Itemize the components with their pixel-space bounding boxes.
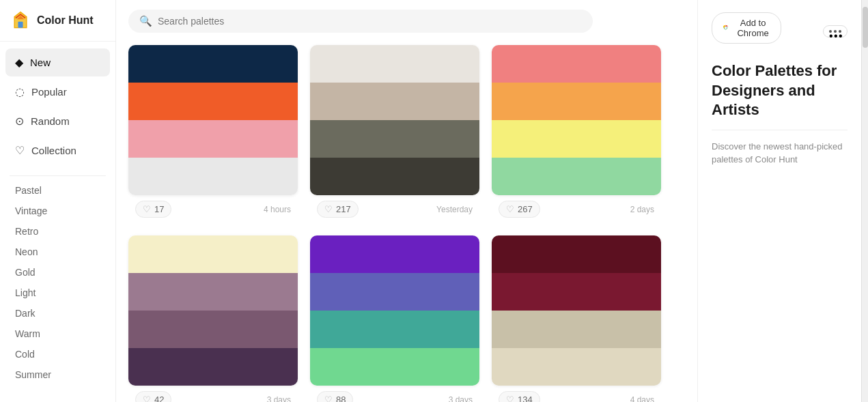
nav-label-random: Random: [31, 115, 70, 127]
search-icon: 🔍: [139, 15, 152, 27]
search-input[interactable]: [158, 16, 582, 27]
info-title: Color Palettes for Designers and Artists: [712, 61, 848, 120]
nav-item-random[interactable]: ⊙ Random: [5, 107, 110, 135]
tag-retro[interactable]: Retro: [0, 221, 115, 242]
palette-swatches-5: [310, 235, 479, 386]
palette-swatches-1: [128, 45, 298, 195]
heart-icon-1: ♡: [143, 204, 151, 214]
time-label-3: 2 days: [630, 205, 654, 214]
diamond-icon: ◆: [15, 56, 23, 69]
palette-swatches-4: [128, 235, 298, 386]
time-label-5: 3 days: [449, 395, 473, 403]
like-count-1: 17: [154, 204, 164, 214]
scrollbar-thumb[interactable]: [863, 7, 868, 48]
random-icon: ⊙: [15, 115, 24, 128]
nav-item-new[interactable]: ◆ New: [5, 48, 110, 76]
like-button-6[interactable]: ♡ 134: [499, 391, 540, 402]
sidebar-divider: [10, 175, 106, 176]
tag-warm[interactable]: Warm: [0, 324, 115, 344]
like-count-6: 134: [518, 394, 533, 402]
palette-card-2[interactable]: ♡ 217 Yesterday: [310, 45, 479, 223]
tag-summer[interactable]: Summer: [0, 364, 115, 385]
palette-card-1[interactable]: ♡ 17 4 hours: [128, 45, 298, 223]
nav-item-collection[interactable]: ♡ Collection: [5, 137, 110, 164]
tag-light[interactable]: Light: [0, 283, 115, 303]
svg-rect-1: [18, 22, 23, 28]
main-content: 🔍 ♡ 17 4 hours: [116, 0, 697, 402]
logo-area[interactable]: Color Hunt: [0, 0, 115, 42]
logo-text: Color Hunt: [37, 14, 94, 27]
info-divider: [712, 130, 848, 130]
svg-point-4: [725, 27, 727, 29]
tag-list: Pastel Vintage Retro Neon Gold Light Dar…: [0, 180, 115, 385]
add-chrome-label: Add to Chrome: [735, 18, 771, 38]
palette-card-6[interactable]: ♡ 134 4 days: [492, 235, 661, 402]
like-count-5: 88: [336, 394, 346, 402]
time-label-4: 3 days: [267, 395, 291, 403]
palette-footer-3: ♡ 267 2 days: [492, 195, 661, 223]
palette-footer-1: ♡ 17 4 hours: [128, 195, 298, 223]
heart-icon-2: ♡: [324, 204, 333, 214]
time-label-6: 4 days: [630, 395, 654, 403]
like-count-3: 267: [518, 204, 533, 214]
heart-icon-4: ♡: [143, 394, 151, 402]
palette-card-3[interactable]: ♡ 267 2 days: [492, 45, 661, 223]
add-to-chrome-button[interactable]: Add to Chrome: [712, 12, 781, 44]
like-button-4[interactable]: ♡ 42: [135, 391, 171, 402]
right-header: Add to Chrome • • •: [712, 12, 848, 51]
palettes-grid: ♡ 17 4 hours ♡ 217 Yesterday: [128, 45, 661, 402]
popular-icon: ◌: [15, 85, 25, 98]
tag-neon[interactable]: Neon: [0, 242, 115, 262]
logo-icon: [10, 10, 31, 31]
nav-label-collection: Collection: [31, 145, 76, 156]
palette-footer-6: ♡ 134 4 days: [492, 386, 661, 402]
heart-icon-3: ♡: [506, 204, 514, 214]
tag-cold[interactable]: Cold: [0, 344, 115, 364]
info-desc: Discover the newest hand-picked palettes…: [712, 140, 848, 167]
tag-gold[interactable]: Gold: [0, 262, 115, 283]
sidebar: Color Hunt ◆ New ◌ Popular ⊙ Random ♡ Co…: [0, 0, 116, 402]
tag-pastel[interactable]: Pastel: [0, 180, 115, 201]
nav-item-popular[interactable]: ◌ Popular: [5, 78, 110, 106]
time-label-2: Yesterday: [436, 205, 473, 214]
like-button-3[interactable]: ♡ 267: [499, 201, 540, 218]
scrollbar-track[interactable]: [861, 0, 868, 402]
heart-outline-icon: ♡: [15, 144, 25, 157]
palette-swatches-3: [492, 45, 661, 195]
palette-card-5[interactable]: ♡ 88 3 days: [310, 235, 479, 402]
palette-swatches-6: [492, 235, 661, 386]
time-label-1: 4 hours: [264, 205, 291, 214]
palette-card-4[interactable]: ♡ 42 3 days: [128, 235, 298, 402]
like-button-2[interactable]: ♡ 217: [317, 201, 359, 218]
like-button-5[interactable]: ♡ 88: [317, 391, 353, 402]
heart-icon-6: ♡: [506, 394, 514, 402]
right-panel: Add to Chrome • • • Color Palettes for D…: [697, 0, 861, 402]
heart-icon-5: ♡: [324, 394, 333, 402]
palette-footer-2: ♡ 217 Yesterday: [310, 195, 479, 223]
more-options-button[interactable]: • • •: [823, 25, 848, 38]
palette-footer-5: ♡ 88 3 days: [310, 386, 479, 402]
like-count-4: 42: [154, 394, 164, 402]
tag-dark[interactable]: Dark: [0, 303, 115, 324]
like-button-1[interactable]: ♡ 17: [135, 201, 171, 218]
nav-label-popular: Popular: [31, 86, 67, 98]
palette-swatches-2: [310, 45, 479, 195]
chrome-icon: [722, 22, 729, 34]
nav-label-new: New: [30, 57, 51, 68]
like-count-2: 217: [336, 204, 351, 214]
palette-footer-4: ♡ 42 3 days: [128, 386, 298, 402]
search-bar: 🔍: [128, 10, 593, 33]
tag-vintage[interactable]: Vintage: [0, 201, 115, 221]
